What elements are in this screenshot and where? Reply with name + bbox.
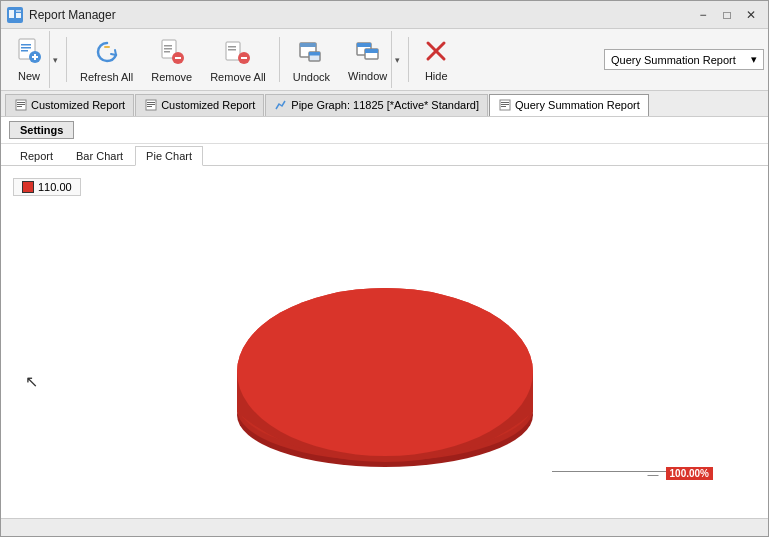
pie-percentage-value: 100.00% [666,467,713,480]
svg-rect-17 [226,42,240,60]
window-dropdown-arrow[interactable]: ▾ [391,31,403,88]
pie-chart-svg [195,197,575,487]
svg-rect-6 [21,50,28,52]
window-tab-label-3: Query Summation Report [515,99,640,111]
svg-rect-25 [309,52,320,56]
new-split-button[interactable]: New ▾ [5,31,61,88]
new-icon [15,37,43,67]
tab-icon-1 [144,98,158,112]
remove-all-button[interactable]: Remove All [202,31,274,88]
tab-icon-2 [274,98,288,112]
new-button-main: New [5,31,49,88]
svg-rect-41 [501,102,509,103]
sep1 [66,37,67,82]
report-tab[interactable]: Report [9,146,64,165]
app-icon [7,7,23,23]
svg-rect-16 [175,57,181,59]
settings-button[interactable]: Settings [9,121,74,139]
svg-rect-4 [21,44,31,46]
refresh-label: Refresh All [80,71,133,83]
undock-label: Undock [293,71,330,83]
maximize-button[interactable]: □ [716,6,738,24]
content-area: Settings Report Bar Chart Pie Chart 110.… [1,117,768,518]
svg-rect-2 [16,10,21,12]
window-tab-label-2: Pipe Graph: 11825 [*Active* Standard] [291,99,479,111]
chart-area: 110.00 ↖ [1,166,768,518]
remove-icon [156,36,188,68]
new-dropdown-arrow[interactable]: ▾ [49,31,61,88]
tab-icon-0 [14,98,28,112]
window-controls: − □ ✕ [692,6,762,24]
statusbar [1,518,768,536]
svg-rect-33 [17,102,25,103]
tab-icon-3 [498,98,512,112]
svg-rect-39 [147,106,152,107]
svg-rect-5 [21,47,31,49]
sep3 [408,37,409,82]
undock-icon [295,36,327,68]
close-button[interactable]: ✕ [740,6,762,24]
window-tab-0[interactable]: Customized Report [5,94,134,116]
titlebar: Report Manager − □ ✕ [1,1,768,29]
refresh-icon [91,36,123,68]
pie-chart-container [1,166,768,518]
svg-rect-10 [104,46,110,48]
window-tab-label-1: Customized Report [161,99,255,111]
window-label: Window [348,70,387,82]
svg-rect-43 [501,106,506,107]
window-split-button[interactable]: Window ▾ [340,31,403,88]
bar-chart-tab[interactable]: Bar Chart [65,146,134,165]
window-icon [354,37,382,67]
window-tabs-bar: Customized Report Customized Report Pipe… [1,91,768,117]
window-tab-1[interactable]: Customized Report [135,94,264,116]
report-dropdown-value: Query Summation Report [611,54,736,66]
svg-point-49 [237,288,533,456]
svg-rect-12 [164,45,172,47]
undock-button[interactable]: Undock [285,31,338,88]
window-title: Report Manager [29,8,116,22]
minimize-button[interactable]: − [692,6,714,24]
titlebar-left: Report Manager [7,7,116,23]
window-tab-3[interactable]: Query Summation Report [489,94,649,116]
report-dropdown[interactable]: Query Summation Report ▾ [604,49,764,70]
svg-rect-19 [228,49,236,51]
svg-rect-42 [501,104,509,105]
remove-label: Remove [151,71,192,83]
hide-icon [422,37,450,67]
svg-rect-35 [17,106,22,107]
svg-rect-9 [34,54,36,60]
window-button-main: Window [340,31,391,88]
svg-rect-37 [147,102,155,103]
remove-all-label: Remove All [210,71,266,83]
hide-button[interactable]: Hide [414,31,458,88]
hide-label: Hide [425,70,448,82]
remove-all-icon [222,36,254,68]
svg-rect-1 [16,13,21,18]
window-tab-label-0: Customized Report [31,99,125,111]
svg-rect-18 [228,46,236,48]
svg-rect-34 [17,104,25,105]
report-manager-window: Report Manager − □ ✕ [0,0,769,537]
toolbar-right: Query Summation Report ▾ [604,31,764,88]
chart-tabs: Report Bar Chart Pie Chart [1,144,768,166]
svg-rect-21 [241,57,247,59]
svg-rect-23 [300,43,316,47]
window-tab-2[interactable]: Pipe Graph: 11825 [*Active* Standard] [265,94,488,116]
toolbar: New ▾ Refresh All [1,29,768,91]
new-label: New [18,70,40,82]
svg-rect-29 [365,49,378,53]
settings-bar: Settings [1,117,768,144]
svg-rect-13 [164,48,172,50]
dropdown-arrow-icon: ▾ [751,53,757,66]
svg-rect-14 [164,51,170,53]
refresh-all-button[interactable]: Refresh All [72,31,141,88]
svg-rect-0 [9,10,14,18]
pie-percentage-label: — 100.00% [647,467,713,480]
pie-chart-tab[interactable]: Pie Chart [135,146,203,166]
svg-rect-38 [147,104,155,105]
svg-rect-27 [357,43,371,47]
remove-button[interactable]: Remove [143,31,200,88]
sep2 [279,37,280,82]
